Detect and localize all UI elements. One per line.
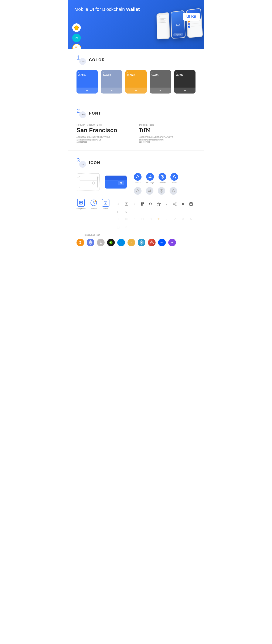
back-icon: ‹ bbox=[164, 202, 169, 206]
font-din: Medium · Bold DIN ABCDEFGHIJKLMNOPQRSTUV… bbox=[139, 124, 196, 143]
resize-icon bbox=[116, 210, 121, 215]
nav-icon-exchange: Exchange bbox=[146, 173, 154, 184]
color-swatches: #3574FA #8DA0C8 #F5A623 #666666 #303030 bbox=[76, 70, 196, 94]
font-section-number: 2 TWO bbox=[76, 108, 86, 118]
svg-text:N: N bbox=[110, 242, 111, 244]
check-icon-ghost: ✓ bbox=[132, 216, 137, 222]
svg-marker-52 bbox=[157, 202, 160, 206]
discover-icon bbox=[158, 173, 166, 181]
svg-rect-8 bbox=[79, 176, 97, 180]
nav-icons-inactive-row bbox=[134, 187, 178, 195]
settings-icon bbox=[180, 202, 186, 206]
hero-section: Mobile UI for Blockchain Wallet UI Kit P… bbox=[68, 0, 204, 49]
svg-rect-26 bbox=[80, 201, 81, 202]
svg-rect-7 bbox=[79, 176, 97, 188]
icon-top-area: Assets Exchange Discover bbox=[76, 173, 196, 195]
close-icon-ghost: ✕ bbox=[124, 224, 129, 230]
exchange-icon-inactive bbox=[146, 187, 154, 195]
hero-badges: Ps 60+Screens bbox=[72, 24, 81, 49]
blockchain-line bbox=[76, 235, 83, 235]
star-icon-ghost: ★ bbox=[156, 216, 161, 222]
icon-section: 3 THREE ICON bbox=[68, 152, 204, 253]
svg-line-51 bbox=[151, 205, 152, 206]
font-din-upper: ABCDEFGHIJKLMNOPQRSTUVWXYZ bbox=[139, 136, 196, 139]
svg-rect-28 bbox=[80, 203, 81, 204]
dash-icon: D bbox=[117, 239, 125, 246]
nav-icon-assets-inactive bbox=[134, 187, 142, 195]
icon-management: Mangment bbox=[76, 199, 86, 210]
order-icon bbox=[102, 199, 110, 206]
swatch-gray: #666666 bbox=[150, 70, 171, 94]
list-icon bbox=[124, 202, 129, 206]
ui-kit-badge: UI Kit bbox=[183, 13, 200, 20]
svg-point-24 bbox=[161, 190, 162, 192]
phone-1: Profile bbox=[156, 12, 170, 40]
screens-badge: 60+Screens bbox=[72, 44, 81, 49]
svg-point-58 bbox=[182, 204, 184, 205]
svg-text:Z: Z bbox=[130, 242, 132, 244]
nav-icon-discover-inactive bbox=[158, 187, 165, 195]
svg-rect-37 bbox=[125, 203, 128, 205]
assets-icon-inactive bbox=[134, 187, 142, 195]
ltc-icon: Ł bbox=[97, 239, 104, 246]
plus-icon: + bbox=[116, 202, 121, 206]
svg-point-11 bbox=[92, 182, 95, 184]
search-icon bbox=[148, 202, 153, 206]
svg-text:D: D bbox=[120, 242, 121, 244]
font-sf: Regular · Medium · Bold San Francisco AB… bbox=[76, 124, 133, 143]
search-icon-ghost: ⊙ bbox=[148, 216, 153, 222]
svg-point-55 bbox=[176, 205, 176, 206]
font-section-header: 2 TWO FONT bbox=[76, 108, 196, 118]
nav-icon-exchange-inactive bbox=[146, 187, 154, 195]
font-sf-lower: abcdefghijklmnopqrstuvwxyz bbox=[76, 139, 133, 141]
svg-rect-48 bbox=[143, 205, 143, 206]
color-section-header: 1 ONE COLOR bbox=[76, 55, 196, 65]
icon-section-number: 3 THREE bbox=[76, 158, 86, 168]
resize-icon-ghost: ⬚ bbox=[116, 224, 121, 230]
discover-icon-inactive bbox=[158, 187, 165, 195]
nav-icon-profile: Profile bbox=[170, 173, 178, 184]
nav-icon-discover: Discover bbox=[158, 173, 166, 184]
nav-icon-assets: Assets bbox=[134, 173, 142, 184]
matic-icon bbox=[168, 239, 176, 246]
hero-title-bold: Wallet bbox=[126, 6, 140, 12]
blockchain-label: BlockChain Icon bbox=[76, 234, 196, 236]
management-icon bbox=[77, 199, 85, 206]
share-icon bbox=[172, 202, 178, 206]
assets-icon bbox=[134, 173, 142, 181]
svg-rect-29 bbox=[81, 203, 82, 204]
font-title: FONT bbox=[89, 111, 101, 116]
font-sf-upper: ABCDEFGHIJKLMNOPQRSTUVWXYZ bbox=[76, 136, 133, 139]
sketch-badge bbox=[72, 24, 81, 32]
icon-order: Order bbox=[102, 199, 110, 210]
icon-history: ! History bbox=[90, 199, 98, 210]
plus-icon-ghost: + bbox=[116, 216, 121, 222]
close-icon: ✕ bbox=[124, 210, 129, 215]
icon-section-header: 3 THREE ICON bbox=[76, 158, 196, 168]
font-sf-name: San Francisco bbox=[76, 127, 133, 134]
color-section-number: 1 ONE bbox=[76, 55, 86, 65]
svg-point-54 bbox=[174, 204, 174, 204]
svg-point-74 bbox=[141, 242, 142, 243]
icon-title: ICON bbox=[89, 161, 100, 165]
svg-rect-45 bbox=[141, 204, 142, 205]
qr-icon-ghost: ⊡ bbox=[140, 216, 145, 222]
svg-point-20 bbox=[162, 176, 163, 178]
font-din-numbers: 1234567890 bbox=[139, 141, 196, 143]
svg-marker-65 bbox=[88, 240, 92, 243]
swatch-blue: #3574FA bbox=[76, 70, 98, 94]
font-din-label: Medium · Bold bbox=[139, 124, 196, 126]
list-icon-ghost: ⊞ bbox=[124, 216, 129, 222]
icon-bottom-area: Mangment ! History Order bbox=[76, 199, 196, 230]
font-din-lower: abcdefghijklmnopqrstuvwxyz bbox=[139, 139, 196, 141]
font-grid: Regular · Medium · Bold San Francisco AB… bbox=[76, 124, 196, 143]
wallet-wireframe-icon bbox=[76, 173, 100, 191]
svg-line-57 bbox=[174, 204, 176, 205]
font-din-name: DIN bbox=[139, 127, 196, 134]
blockchain-text: BlockChain Icon bbox=[84, 234, 100, 236]
svg-rect-41 bbox=[141, 203, 142, 204]
wallet-filled-icon bbox=[104, 173, 128, 191]
swatch-dark: #303030 bbox=[174, 70, 196, 94]
svg-rect-43 bbox=[143, 203, 144, 204]
font-sf-numbers: 1234567890 bbox=[76, 141, 133, 143]
